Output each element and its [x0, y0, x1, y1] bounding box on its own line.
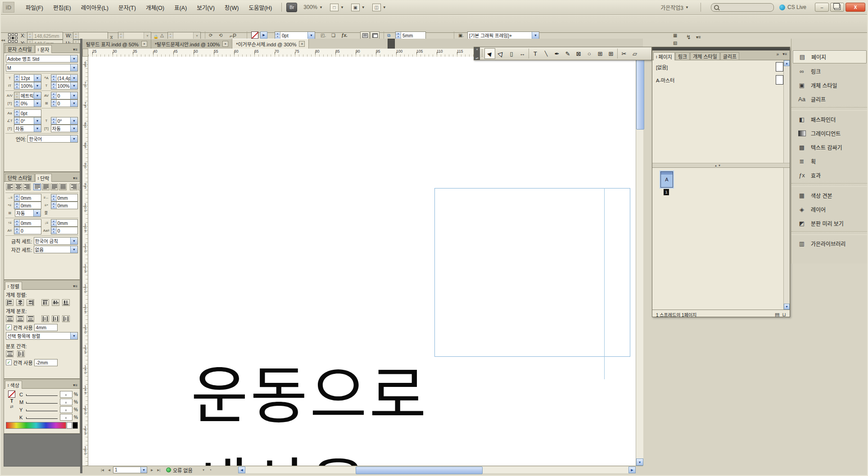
master-page-row[interactable]: A-마스터	[652, 73, 790, 86]
text-frame-outline[interactable]	[434, 188, 630, 357]
indent-left-field[interactable]: 0mm	[14, 194, 41, 202]
clear-override-icon[interactable]: ▧	[673, 40, 677, 45]
x-position-field[interactable]: 148,625mm	[27, 32, 63, 40]
sidebar-item-pages[interactable]: ▤ 페이지	[793, 50, 867, 63]
tab-paragraph-styles[interactable]: 단락 스타일	[5, 174, 35, 181]
panel-overflow-icon[interactable]: »	[776, 52, 779, 57]
tab-align[interactable]: ▴▾정렬	[5, 282, 22, 290]
column-guide[interactable]	[604, 188, 605, 379]
effects-icon[interactable]: ƒx.	[341, 33, 348, 38]
screen-mode-dropdown[interactable]: ▣ ▼	[351, 4, 365, 11]
justify-all-button[interactable]	[59, 184, 67, 190]
distribute-h-space-button[interactable]	[17, 350, 25, 357]
justify-last-left-button[interactable]	[33, 184, 41, 190]
object-style-combo[interactable]: [기본 그래픽 프레임]+	[467, 31, 539, 39]
document-tab[interactable]: *탈무드문제시안.indd @ 100%	[151, 39, 232, 49]
preflight-panel-icon[interactable]: ◔	[208, 467, 213, 473]
sidebar-item-text-wrap[interactable]: ▩ 텍스트 감싸기	[793, 141, 867, 153]
close-tab-icon[interactable]	[222, 41, 228, 47]
scroll-down-icon[interactable]: ▼	[784, 304, 790, 310]
distribute-h-centers-button[interactable]	[52, 315, 59, 322]
menu-item[interactable]: 보기(V)	[192, 1, 220, 13]
close-icon[interactable]: ✕	[476, 48, 478, 51]
panel-menu-icon[interactable]	[73, 284, 79, 289]
align-bottom-edges-button[interactable]	[62, 299, 70, 306]
panel-scrollbar[interactable]: ▲	[783, 60, 790, 163]
rotate-ccw-icon[interactable]: ⟲	[219, 33, 222, 38]
line-tool[interactable]: ╲	[541, 48, 552, 59]
document-tab[interactable]: *이거무슨서체.indd @ 300%	[232, 39, 309, 49]
tab-character[interactable]: ▴▾문자	[35, 45, 52, 53]
pages-panel-tab[interactable]: 개체 스타일	[690, 52, 720, 60]
channel-value-field[interactable]	[60, 399, 72, 405]
bridge-button[interactable]: Br	[286, 3, 297, 12]
distribute-left-button[interactable]	[41, 315, 49, 322]
fill-none-swatch[interactable]	[8, 391, 15, 398]
font-style-combo[interactable]: M	[6, 64, 78, 72]
distribute-bottom-button[interactable]	[27, 315, 34, 322]
dropcap-chars-field[interactable]: 0	[51, 227, 78, 234]
scroll-down-icon[interactable]: ▼	[636, 458, 643, 466]
spacing-value-field[interactable]: 4mm	[34, 324, 58, 331]
previous-page-button[interactable]: ◀	[106, 467, 112, 473]
frame-fitting-icon[interactable]: ⧉	[387, 33, 390, 38]
view-options-dropdown[interactable]: □ ▼	[330, 4, 344, 11]
drop-shadow-icon[interactable]: ❏	[331, 33, 335, 38]
master-page-row[interactable]: [없음]	[652, 60, 790, 73]
sidebar-item-layers[interactable]: ◈ 레이어	[793, 203, 867, 216]
gap-tool[interactable]: ↔	[517, 48, 528, 59]
font-size-combo[interactable]: 12pt	[14, 74, 41, 82]
stroke-flyout-icon[interactable]: ▶	[260, 31, 267, 39]
select-container-icon[interactable]: ⌐P	[230, 33, 236, 39]
page-thumbnail[interactable]: A	[660, 171, 673, 188]
page-text[interactable]: 운동으로세상을만나다	[191, 75, 429, 466]
menu-item[interactable]: 개체(O)	[141, 1, 169, 13]
spacing2-value-field[interactable]: -2mm	[34, 359, 58, 366]
channel-value-field[interactable]	[60, 391, 72, 398]
warichu-combo[interactable]: 자동	[51, 125, 78, 132]
pencil-tool[interactable]: ✎	[562, 48, 573, 59]
wrap-around-box-button[interactable]	[370, 31, 380, 39]
sidebar-item-links[interactable]: ∞ 링크	[793, 65, 867, 77]
grid-jidori-combo[interactable]: 0	[51, 99, 78, 107]
channel-value-field[interactable]	[60, 414, 72, 421]
space-before-field[interactable]: 0mm	[14, 219, 41, 227]
tab-color[interactable]: ▴▾색상	[5, 381, 22, 389]
grid-align-combo[interactable]: 자동	[15, 209, 41, 217]
mojikumi-combo[interactable]: 없음	[34, 246, 78, 253]
menu-item[interactable]: 레이아웃(L)	[76, 1, 113, 13]
menu-item[interactable]: 문자(T)	[113, 1, 141, 13]
menu-item[interactable]: 표(A)	[169, 1, 192, 13]
sidebar-item-glyphs[interactable]: Aa 글리프	[793, 93, 867, 105]
control-panel-menu-icon[interactable]: ▾≡	[696, 35, 701, 40]
text-color-icon[interactable]: T	[10, 399, 13, 404]
minimize-button[interactable]: –	[815, 3, 829, 12]
close-tab-icon[interactable]	[141, 41, 147, 47]
channel-slider[interactable]	[25, 400, 59, 404]
dock-collapse-icon[interactable]: ◂◂	[1, 38, 5, 42]
horizontal-scale-combo[interactable]: 100%	[51, 82, 78, 90]
align-right-button[interactable]	[23, 184, 31, 190]
color-ramp[interactable]	[6, 422, 66, 429]
align-to-combo[interactable]: 선택 항목에 정렬	[6, 332, 78, 340]
channel-slider[interactable]	[25, 415, 59, 420]
quick-apply-icon[interactable]: ↯	[686, 34, 691, 40]
distribute-top-button[interactable]	[6, 315, 14, 322]
align-toward-spine-button[interactable]	[70, 184, 77, 190]
use-spacing-checkbox[interactable]	[6, 324, 12, 330]
first-line-indent-field[interactable]: 0mm	[14, 202, 41, 209]
sidebar-item-gradient[interactable]: 그레이디언트	[793, 127, 867, 139]
pages-panel-tab[interactable]: 링크	[675, 52, 690, 60]
search-input[interactable]	[711, 3, 774, 12]
sidebar-item-swatches[interactable]: ▦ 색상 견본	[793, 189, 867, 202]
toolbar-title-strip[interactable]: ✕▴▾	[474, 47, 480, 60]
toolbar-grip[interactable]	[481, 49, 483, 58]
white-swatch[interactable]	[67, 422, 72, 429]
last-page-button[interactable]: ▶|	[156, 467, 162, 473]
horizontal-grid-tool[interactable]: ⊞	[595, 48, 606, 59]
restore-button[interactable]	[830, 3, 844, 12]
arrange-documents-dropdown[interactable]: ◫ ▼	[372, 4, 386, 11]
align-left-button[interactable]	[6, 184, 14, 190]
align-left-edges-button[interactable]	[6, 299, 14, 306]
sidebar-item-library[interactable]: ▥ 가은라이브러리	[793, 238, 867, 250]
